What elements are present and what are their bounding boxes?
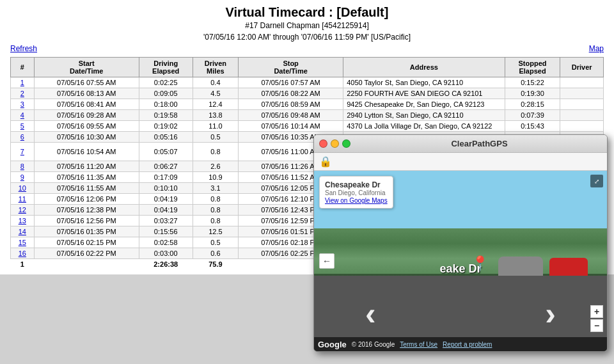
- col-header-stop: StopDate/Time: [239, 58, 343, 77]
- row-driving: 0:10:10: [139, 183, 193, 194]
- row-driving: 0:04:19: [139, 194, 193, 205]
- refresh-link[interactable]: Refresh: [10, 44, 37, 53]
- row-num[interactable]: 1: [11, 77, 35, 88]
- google-logo: Google: [318, 340, 347, 349]
- row-num[interactable]: 12: [11, 205, 35, 216]
- lock-icon: 🔒: [319, 155, 332, 168]
- overlay-toolbar: 🔒: [314, 153, 607, 171]
- row-num[interactable]: 5: [11, 121, 35, 132]
- row-driving: 0:19:58: [139, 110, 193, 121]
- row-driving: 0:03:27: [139, 216, 193, 226]
- map-link[interactable]: Map: [589, 44, 604, 53]
- footer-driving-total: 2:26:38: [139, 259, 193, 270]
- row-start: 07/05/16 11:55 AM: [34, 183, 139, 194]
- top-links: Refresh Map: [10, 44, 604, 53]
- google-copyright: © 2016 Google: [352, 341, 395, 348]
- terms-of-use-link[interactable]: Terms of Use: [400, 341, 437, 348]
- row-num[interactable]: 6: [11, 132, 35, 143]
- row-start: 07/05/16 02:15 PM: [34, 237, 139, 248]
- row-driving: 0:06:27: [139, 161, 193, 172]
- row-stop: 07/05/16 10:14 AM: [239, 121, 343, 132]
- row-miles: 0.8: [193, 143, 238, 161]
- row-num[interactable]: 11: [11, 194, 35, 205]
- row-driver: [560, 110, 604, 121]
- car-red: [549, 258, 588, 276]
- row-address: 2250 FOURTH AVE SAN DIEGO CA 92101: [343, 88, 505, 99]
- table-row: 5 07/05/16 09:55 AM 0:19:02 11.0 07/05/1…: [11, 121, 604, 132]
- car-grey: [498, 257, 543, 276]
- left-arrow-icon[interactable]: ‹: [365, 295, 376, 332]
- row-driver: [560, 88, 604, 99]
- footer-miles-total: 75.9: [193, 259, 238, 270]
- row-driving: 0:17:09: [139, 172, 193, 183]
- row-miles: 2.6: [193, 161, 238, 172]
- row-num[interactable]: 8: [11, 161, 35, 172]
- row-num[interactable]: 3: [11, 99, 35, 110]
- col-header-address: Address: [343, 58, 505, 77]
- row-stopped: 0:15:22: [505, 77, 560, 88]
- view-on-maps-link[interactable]: View on Google Maps: [325, 197, 388, 204]
- row-miles: 3.1: [193, 183, 238, 194]
- row-stop: 07/05/16 08:22 AM: [239, 88, 343, 99]
- row-stop: 07/05/16 07:57 AM: [239, 77, 343, 88]
- zoom-in-button[interactable]: +: [590, 305, 603, 318]
- row-driving: 0:05:07: [139, 143, 193, 161]
- row-num[interactable]: 9: [11, 172, 35, 183]
- table-row: 4 07/05/16 09:28 AM 0:19:58 13.8 07/05/1…: [11, 110, 604, 121]
- page-title: Virtual Timecard : [Default]: [10, 5, 604, 20]
- row-num[interactable]: 10: [11, 183, 35, 194]
- row-num[interactable]: 13: [11, 216, 35, 226]
- overlay-title: ClearPathGPS: [357, 139, 602, 148]
- row-num[interactable]: 16: [11, 248, 35, 259]
- footer-empty1: [34, 259, 139, 270]
- row-driving: 0:05:16: [139, 132, 193, 143]
- col-header-miles: DrivenMiles: [193, 58, 238, 77]
- window-controls: [319, 139, 350, 148]
- row-start: 07/05/16 10:54 AM: [34, 143, 139, 161]
- minimize-button[interactable]: [331, 139, 339, 148]
- row-num[interactable]: 7: [11, 143, 35, 161]
- row-start: 07/05/16 09:55 AM: [34, 121, 139, 132]
- row-driving: 0:02:25: [139, 77, 193, 88]
- row-start: 07/05/16 12:38 PM: [34, 205, 139, 216]
- location-city: San Diego, California: [325, 189, 388, 196]
- row-address: 9425 Chesapeake Dr, San Diego, CA 92123: [343, 99, 505, 110]
- location-name: Chesapeake Dr: [325, 180, 388, 189]
- map-nav-left-button[interactable]: ←: [319, 253, 335, 269]
- expand-icon[interactable]: ⤢: [590, 175, 603, 187]
- row-num[interactable]: 15: [11, 237, 35, 248]
- report-problem-link[interactable]: Report a problem: [443, 341, 492, 348]
- close-button[interactable]: [319, 139, 327, 148]
- table-row: 3 07/05/16 08:41 AM 0:18:00 12.4 07/05/1…: [11, 99, 604, 110]
- row-driving: 0:04:19: [139, 205, 193, 216]
- maximize-button[interactable]: [342, 139, 350, 148]
- zoom-controls: + −: [590, 305, 603, 332]
- row-start: 07/05/16 10:30 AM: [34, 132, 139, 143]
- right-arrow-icon[interactable]: ›: [545, 295, 556, 332]
- row-miles: 11.0: [193, 121, 238, 132]
- row-address: 4050 Taylor St, San Diego, CA 92110: [343, 77, 505, 88]
- street-view-bg: ‹ › eake Dr 📍 Chesapeake Dr San Diego, C…: [314, 171, 607, 351]
- row-num[interactable]: 4: [11, 110, 35, 121]
- row-start: 07/05/16 02:22 PM: [34, 248, 139, 259]
- row-driving: 0:18:00: [139, 99, 193, 110]
- overlay-map[interactable]: ‹ › eake Dr 📍 Chesapeake Dr San Diego, C…: [314, 171, 607, 351]
- row-stop: 07/05/16 09:48 AM: [239, 110, 343, 121]
- row-num[interactable]: 14: [11, 226, 35, 237]
- row-driver: [560, 99, 604, 110]
- row-start: 07/05/16 11:35 AM: [34, 172, 139, 183]
- row-stopped: 0:15:43: [505, 121, 560, 132]
- row-start: 07/05/16 07:55 AM: [34, 77, 139, 88]
- row-miles: 4.5: [193, 88, 238, 99]
- page-subtitle: #17 Darnell Chapman [4542125914]: [10, 21, 604, 30]
- row-driving: 0:02:58: [139, 237, 193, 248]
- row-miles: 0.8: [193, 194, 238, 205]
- zoom-out-button[interactable]: −: [590, 319, 603, 332]
- overlay-window: ClearPathGPS 🔒 ‹ › eake Dr 📍 Chesapeake …: [313, 134, 608, 352]
- google-footer: Google © 2016 Google Terms of Use Report…: [314, 337, 607, 351]
- row-stopped: 0:07:39: [505, 110, 560, 121]
- col-header-stopped: StoppedElapsed: [505, 58, 560, 77]
- row-num[interactable]: 2: [11, 88, 35, 99]
- row-start: 07/05/16 09:28 AM: [34, 110, 139, 121]
- col-header-start: StartDate/Time: [34, 58, 139, 77]
